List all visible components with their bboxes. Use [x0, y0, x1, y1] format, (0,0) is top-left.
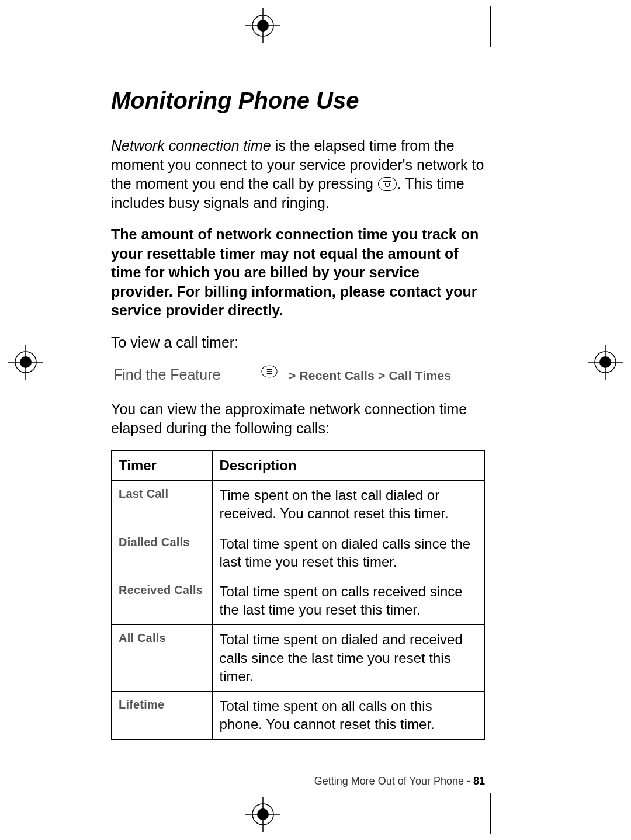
registration-mark-icon: [245, 797, 280, 832]
table-row: Lifetime Total time spent on all calls o…: [112, 691, 485, 739]
col-description: Description: [212, 451, 484, 481]
registration-mark-icon: [245, 8, 280, 43]
after-feature-text: You can view the approximate network con…: [111, 400, 485, 438]
timer-desc: Total time spent on all calls on this ph…: [212, 691, 484, 739]
timer-desc: Total time spent on dialed calls since t…: [212, 529, 484, 577]
page-footer: Getting More Out of Your Phone - 81: [111, 775, 485, 787]
crop-line: [6, 787, 76, 787]
crop-line: [490, 6, 491, 47]
table-row: All Calls Total time spent on dialed and…: [112, 625, 485, 692]
table-row: Dialled Calls Total time spent on dialed…: [112, 529, 485, 577]
timer-name: All Calls: [112, 625, 213, 692]
registration-mark-icon: [8, 345, 43, 380]
timer-desc: Total time spent on dialed and received …: [212, 625, 484, 692]
find-the-feature-label: Find the Feature: [113, 366, 259, 383]
timers-table: Timer Description Last Call Time spent o…: [111, 450, 485, 740]
page-number: 81: [473, 775, 485, 787]
page: Monitoring Phone Use Network connection …: [0, 0, 631, 840]
timer-name: Last Call: [112, 481, 213, 529]
find-the-feature-row: Find the Feature > Recent Calls > Call T…: [113, 365, 485, 383]
intro-paragraph: Network connection time is the elapsed t…: [111, 136, 485, 212]
crop-line: [6, 53, 76, 53]
section-title: Monitoring Phone Use: [111, 88, 485, 114]
table-row: Received Calls Total time spent on calls…: [112, 577, 485, 624]
timer-name: Received Calls: [112, 577, 213, 624]
crop-line: [485, 53, 625, 53]
billing-notice: The amount of network connection time yo…: [111, 225, 485, 320]
timer-desc: Total time spent on calls received since…: [212, 577, 484, 624]
view-timer-label: To view a call timer:: [111, 333, 485, 352]
content-area: Monitoring Phone Use Network connection …: [111, 88, 485, 740]
menu-key-wrap: [259, 365, 289, 382]
timer-name: Lifetime: [112, 691, 213, 739]
crop-line: [485, 787, 625, 787]
timer-desc: Time spent on the last call dialed or re…: [212, 481, 484, 529]
crop-line: [490, 793, 491, 834]
registration-mark-icon: [588, 345, 623, 380]
col-timer: Timer: [112, 451, 213, 481]
footer-section: Getting More Out of Your Phone -: [314, 775, 473, 787]
intro-term: Network connection time: [111, 137, 271, 154]
table-header-row: Timer Description: [112, 451, 485, 481]
end-key-icon: [378, 177, 397, 191]
menu-key-icon: [261, 366, 277, 377]
feature-navigation-path: > Recent Calls > Call Times: [289, 369, 451, 383]
timer-name: Dialled Calls: [112, 529, 213, 577]
table-row: Last Call Time spent on the last call di…: [112, 481, 485, 529]
